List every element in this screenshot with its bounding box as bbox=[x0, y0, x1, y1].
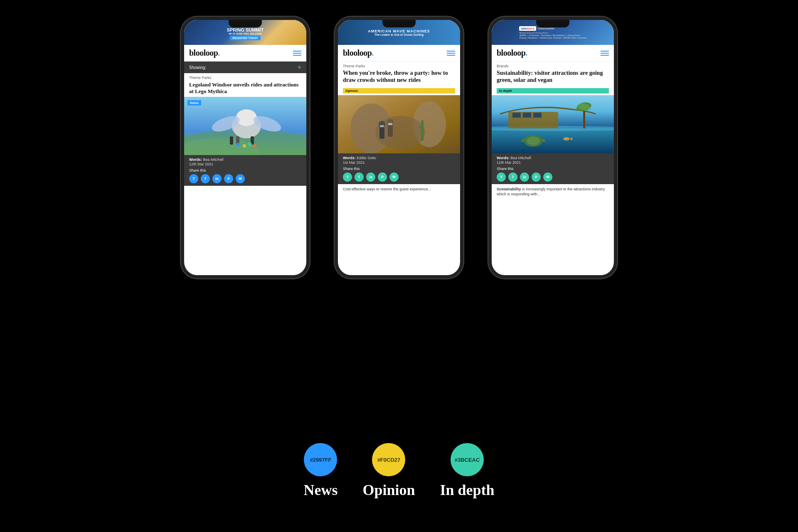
svg-rect-25 bbox=[388, 123, 392, 125]
article-area-3: Brands Sustainability: visitor attractio… bbox=[492, 62, 614, 275]
logo-1: blooloop. bbox=[189, 48, 220, 58]
twitter-icon-1[interactable]: T bbox=[189, 174, 198, 183]
article-footer-3: Words: Bea Mitchell 11th Mar 2021 Share … bbox=[492, 153, 614, 184]
twitter-icon-2[interactable]: T bbox=[343, 172, 352, 182]
article-category-1: Theme Parks bbox=[184, 73, 306, 81]
author-line-3: Words: Bea Mitchell bbox=[497, 156, 609, 160]
facebook-icon-3[interactable]: f bbox=[508, 172, 517, 182]
pinterest-icon-3[interactable]: P bbox=[532, 172, 541, 182]
social-icons-3: T f in P ✉ bbox=[497, 172, 609, 182]
news-color-circle: #2997FF bbox=[304, 443, 337, 476]
indepth-color-circle: #3BCEAC bbox=[451, 443, 484, 476]
opinion-color-circle: #F0CD27 bbox=[372, 443, 405, 476]
facebook-icon-2[interactable]: f bbox=[355, 172, 364, 182]
article-image-3 bbox=[492, 95, 614, 153]
news-hex: #2997FF bbox=[310, 457, 331, 463]
indepth-badge-3: In depth bbox=[497, 88, 609, 94]
share-label-3: Share this bbox=[497, 167, 609, 171]
article-title-3: Sustainability: visitor attractions are … bbox=[492, 69, 614, 86]
date-line-3: 11th Mar 2021 bbox=[497, 160, 609, 165]
opinion-badge-2: Opinion bbox=[343, 88, 455, 94]
category-indepth: #3BCEAC In depth bbox=[440, 443, 495, 499]
indepth-label: In depth bbox=[440, 481, 495, 499]
svg-point-10 bbox=[236, 143, 240, 147]
linkedin-icon-2[interactable]: in bbox=[366, 172, 375, 182]
logo-2: blooloop. bbox=[343, 48, 374, 58]
phone-3-content: simworx robocoaster Media Based Attracti… bbox=[492, 20, 614, 275]
opinion-hex: #F0CD27 bbox=[377, 457, 401, 463]
phone-3-column: simworx robocoaster Media Based Attracti… bbox=[488, 17, 617, 278]
svg-rect-40 bbox=[533, 113, 542, 118]
linkedin-icon-3[interactable]: in bbox=[520, 172, 529, 182]
excerpt-2: Cost-effective ways to restore the guest… bbox=[338, 184, 460, 195]
date-line-2: 1st Mar 2021 bbox=[343, 160, 455, 165]
article-image-2 bbox=[338, 95, 460, 153]
phone-notch-3 bbox=[536, 20, 569, 27]
article-img-2 bbox=[338, 95, 460, 153]
site-header-2: blooloop. bbox=[338, 45, 460, 62]
news-label: News bbox=[303, 481, 337, 499]
hamburger-3[interactable] bbox=[601, 51, 609, 56]
category-news: #2997FF News bbox=[303, 443, 337, 499]
article-category-2: Theme Parks bbox=[338, 62, 460, 69]
showing-plus[interactable]: + bbox=[298, 64, 301, 71]
article-title-1: Legoland Windsor unveils rides and attra… bbox=[184, 81, 306, 97]
svg-rect-38 bbox=[512, 113, 521, 118]
phone-2-column: AMERICAN WAVE MACHINES The Leader in Out… bbox=[335, 17, 463, 278]
svg-point-11 bbox=[243, 144, 246, 148]
svg-rect-18 bbox=[421, 120, 424, 141]
article-area-1: Theme Parks Legoland Windsor unveils rid… bbox=[184, 73, 306, 275]
share-label-1: Share this bbox=[189, 168, 301, 172]
site-header-3: blooloop. bbox=[492, 45, 614, 62]
pinterest-icon-2[interactable]: P bbox=[378, 172, 387, 182]
svg-rect-39 bbox=[523, 113, 531, 118]
hamburger-2[interactable] bbox=[447, 51, 455, 56]
email-icon-3[interactable]: ✉ bbox=[543, 172, 552, 182]
author-line-1: Words: Bea Mitchell bbox=[189, 158, 301, 162]
phone-1-content: IAAPA EMEA SPRING SUMMIT 08-10 JUNE 2021… bbox=[184, 20, 306, 275]
ad-text-2: AMERICAN WAVE MACHINES The Leader in Out… bbox=[367, 28, 431, 37]
svg-point-37 bbox=[563, 137, 570, 140]
bottom-section: #2997FF News #F0CD27 Opinion #3BCEAC In … bbox=[303, 435, 494, 499]
svg-rect-19 bbox=[419, 126, 424, 128]
email-icon-2[interactable]: ✉ bbox=[389, 172, 399, 182]
phones-row: IAAPA EMEA SPRING SUMMIT 08-10 JUNE 2021… bbox=[181, 17, 617, 435]
svg-point-13 bbox=[253, 144, 256, 147]
linkedin-icon-1[interactable]: in bbox=[212, 174, 222, 183]
hamburger-1[interactable] bbox=[293, 51, 301, 56]
article-img-1 bbox=[184, 97, 306, 155]
phone-opinion: AMERICAN WAVE MACHINES The Leader in Out… bbox=[335, 17, 463, 278]
svg-point-12 bbox=[248, 142, 252, 146]
twitter-icon-3[interactable]: T bbox=[497, 172, 506, 182]
article-image-1: News bbox=[184, 97, 306, 155]
svg-point-34 bbox=[527, 137, 540, 145]
date-line-1: 12th Mar 2021 bbox=[189, 162, 301, 166]
svg-rect-22 bbox=[388, 124, 393, 137]
page-wrapper: IAAPA EMEA SPRING SUMMIT 08-10 JUNE 2021… bbox=[0, 0, 798, 532]
opinion-label: Opinion bbox=[362, 481, 415, 499]
article-footer-2: Words: Eddie Sotto 1st Mar 2021 Share th… bbox=[338, 153, 460, 184]
svg-rect-24 bbox=[380, 125, 384, 127]
article-title-2: When you're broke, throw a party: how to… bbox=[338, 69, 460, 86]
article-footer-1: Words: Bea Mitchell 12th Mar 2021 Share … bbox=[184, 155, 306, 186]
site-header-1: blooloop. bbox=[184, 45, 306, 62]
email-icon-1[interactable]: ✉ bbox=[236, 174, 245, 183]
pinterest-icon-1[interactable]: P bbox=[224, 174, 233, 183]
social-icons-2: T f in P ✉ bbox=[343, 172, 455, 182]
indepth-hex: #3BCEAC bbox=[455, 457, 480, 463]
phone-notch bbox=[229, 20, 262, 27]
social-icons-1: T f in P ✉ bbox=[189, 174, 301, 183]
share-label-2: Share this bbox=[343, 167, 455, 171]
article-area-2: Theme Parks When you're broke, throw a p… bbox=[338, 62, 460, 275]
article-img-3 bbox=[492, 95, 614, 153]
author-line-2: Words: Eddie Sotto bbox=[343, 156, 455, 160]
svg-rect-27 bbox=[492, 128, 614, 153]
facebook-icon-1[interactable]: f bbox=[201, 174, 210, 183]
phone-notch-2 bbox=[382, 20, 416, 27]
excerpt-3: Sustainability is increasingly important… bbox=[492, 184, 614, 200]
svg-rect-7 bbox=[230, 136, 233, 145]
logo-3: blooloop. bbox=[497, 48, 527, 58]
news-badge-1: News bbox=[187, 100, 201, 106]
phone-1-column: IAAPA EMEA SPRING SUMMIT 08-10 JUNE 2021… bbox=[181, 17, 310, 278]
svg-point-4 bbox=[236, 109, 257, 126]
